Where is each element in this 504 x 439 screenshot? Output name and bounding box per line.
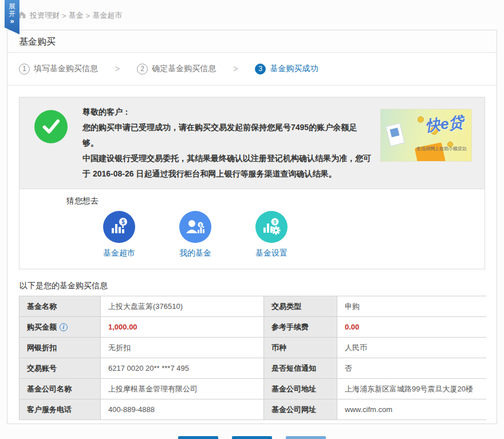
detail-label: 交易账号	[19, 358, 100, 378]
banner-title: 快e贷	[424, 112, 464, 136]
shortcut-label: 基金设置	[243, 248, 300, 258]
bankbook-graphic	[385, 123, 405, 146]
suggestions-section: 猜您想去 $ 基金超市	[19, 189, 485, 269]
my-funds-icon: $	[179, 211, 211, 243]
detail-label: 网银折扣	[19, 338, 100, 358]
details-section-title: 以下是您的基金购买信息	[19, 281, 485, 291]
shortcut-fund-market[interactable]: $ 基金超市	[90, 211, 148, 258]
shortcut-fund-settings[interactable]: $ 基金设置	[243, 211, 300, 258]
detail-label-purchase-amount: 购买金额 i	[19, 317, 100, 337]
step-separator: >	[233, 64, 238, 73]
quick-loan-ad-banner[interactable]: 快e贷 全流程网上自助小额贷款	[380, 109, 472, 162]
detail-value-sms-notify: 否	[337, 358, 486, 378]
detail-label: 是否短信通知	[264, 358, 337, 378]
page-title: 基金购买	[7, 30, 497, 53]
step-3-label: 基金购买成功	[270, 64, 318, 74]
svg-text:$: $	[121, 219, 125, 225]
detail-value-discount: 无折扣	[101, 338, 263, 358]
purchase-details-table: 基金名称 上投大盘蓝筹(376510) 交易类型 申购 购买金额 i 1,000…	[19, 296, 486, 420]
step-2-label: 确定基金购买信息	[152, 64, 216, 74]
detail-value-company-address: 上海浦东新区富城路99号震旦大厦20楼	[337, 379, 486, 399]
detail-label: 基金公司地址	[264, 379, 337, 399]
shortcut-my-funds[interactable]: $ 我的基金	[167, 211, 224, 258]
breadcrumb: 投资理财 > 基金 > 基金超市	[0, 0, 504, 30]
detail-label: 客户服务电话	[19, 399, 100, 420]
step-1-number: 1	[19, 64, 30, 75]
message-greeting: 尊敬的客户：	[82, 104, 372, 120]
step-1: 1 填写基金购买信息	[19, 64, 98, 75]
banner-subtitle: 全流程网上自助小额贷款	[416, 146, 467, 152]
detail-label: 参考手续费	[264, 317, 337, 337]
detail-value-purchase-amount: 1,000.00	[101, 317, 263, 337]
fund-settings-icon: $	[255, 211, 288, 243]
fund-market-icon: $	[103, 211, 135, 243]
suggestions-title: 猜您想去	[19, 196, 485, 206]
double-chevron-right-icon: »	[5, 18, 19, 25]
step-1-label: 填写基金购买信息	[34, 64, 98, 74]
step-2: 2 确定基金购买信息	[137, 64, 216, 75]
step-3-active: 3 基金购买成功	[255, 64, 318, 75]
expand-label: 展开	[9, 3, 15, 18]
detail-label: 币种	[264, 338, 337, 358]
coin-graphic	[418, 116, 424, 123]
detail-value-fee: 0.00	[337, 317, 486, 337]
breadcrumb-item-invest[interactable]: 投资理财	[30, 10, 60, 21]
message-line1: 您的购买申请已受理成功，请在购买交易发起前保持您尾号7495的账户余额足够。	[82, 120, 372, 151]
detail-value-currency: 人民币	[337, 338, 486, 358]
detail-value-service-phone: 400-889-4888	[101, 399, 263, 420]
step-3-number: 3	[255, 64, 266, 75]
action-buttons: 打印 下载 返回	[7, 436, 497, 439]
breadcrumb-separator: >	[86, 11, 90, 20]
detail-label: 基金名称	[19, 296, 100, 316]
success-check-icon	[34, 110, 68, 143]
success-message-section: 尊敬的客户： 您的购买申请已受理成功，请在购买交易发起前保持您尾号7495的账户…	[19, 97, 485, 189]
svg-text:$: $	[199, 223, 202, 228]
detail-label: 基金公司名称	[19, 379, 100, 399]
detail-value-trade-type: 申购	[337, 296, 486, 316]
shortcut-label: 基金超市	[90, 248, 148, 258]
detail-value-company-name: 上投摩根基金管理有限公司	[101, 379, 263, 399]
breadcrumb-item-fund[interactable]: 基金	[69, 10, 84, 21]
download-button[interactable]: 下载	[232, 436, 272, 439]
detail-label: 基金公司网址	[264, 399, 337, 420]
detail-value-fund-name: 上投大盘蓝筹(376510)	[101, 296, 263, 316]
breadcrumb-item-fund-market[interactable]: 基金超市	[92, 10, 122, 21]
detail-value-company-website: www.cifm.com	[337, 399, 486, 420]
success-message: 尊敬的客户： 您的购买申请已受理成功，请在购买交易发起前保持您尾号7495的账户…	[82, 104, 380, 182]
step-separator: >	[115, 64, 120, 73]
message-line2: 中国建设银行受理交易委托，其结果最终确认以注册登记机构确认结果为准，您可于 20…	[82, 151, 372, 182]
step-2-number: 2	[137, 64, 148, 75]
shortcut-label: 我的基金	[167, 248, 224, 258]
detail-value-account: 6217 0020 20** ***7 495	[101, 358, 263, 378]
print-button[interactable]: 打印	[178, 436, 218, 439]
info-icon[interactable]: i	[60, 323, 68, 331]
breadcrumb-separator: >	[62, 11, 66, 20]
detail-label: 交易类型	[264, 296, 337, 316]
return-button[interactable]: 返回	[286, 436, 326, 439]
svg-text:$: $	[273, 219, 276, 225]
purchase-result-box: 尊敬的客户： 您的购买申请已受理成功，请在购买交易发起前保持您尾号7495的账户…	[19, 97, 485, 269]
fund-purchase-panel: 基金购买 1 填写基金购买信息 > 2 确定基金购买信息 > 3 基金购买成功 …	[7, 30, 497, 424]
step-indicator: 1 填写基金购买信息 > 2 确定基金购买信息 > 3 基金购买成功	[7, 53, 497, 85]
